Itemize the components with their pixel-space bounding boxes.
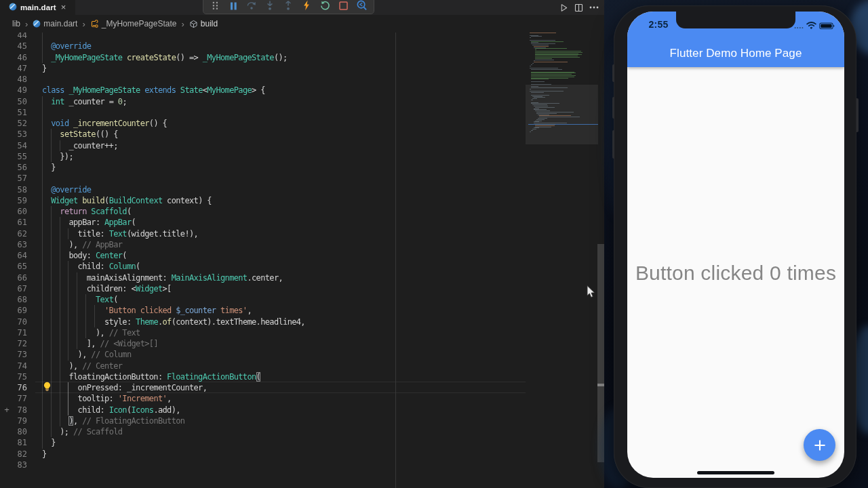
breadcrumb: lib › main.dart › _MyHomePageState › bui… [0, 15, 604, 33]
close-tab-icon[interactable]: × [61, 4, 66, 11]
breadcrumb-item-build[interactable]: build [189, 19, 218, 28]
line-number: 62 [0, 228, 27, 239]
code-text: ), // Column [42, 349, 132, 360]
code-text: appBar: AppBar( [42, 217, 136, 228]
code-line-57[interactable]: 57 [0, 173, 526, 184]
run-button[interactable] [559, 3, 568, 12]
line-number: 81 [0, 437, 27, 448]
code-line-62[interactable]: 62 title: Text(widget.title!), [0, 228, 526, 240]
code-line-71[interactable]: 71 ), // Text [0, 327, 526, 339]
code-line-68[interactable]: 68 Text( [0, 294, 526, 306]
code-line-53[interactable]: 53 setState(() { [0, 129, 526, 140]
code-line-64[interactable]: 64 body: Center( [0, 250, 526, 262]
code-line-52[interactable]: 52 void _incrementCounter() { [0, 118, 526, 129]
indent-guide [42, 33, 43, 41]
code-line-55[interactable]: 55 }); [0, 151, 526, 163]
step-into-button[interactable] [264, 1, 276, 13]
status-time: 2:55 [644, 19, 673, 30]
line-number: 61 [0, 217, 27, 228]
restart-icon [320, 1, 330, 14]
line-number: 49 [0, 85, 27, 96]
minimap-line [530, 89, 531, 89]
code-text: ), // Text [42, 327, 140, 338]
code-line-73[interactable]: 73 ), // Column [0, 349, 526, 361]
code-text: title: Text(widget.title!), [42, 228, 198, 239]
widget-inspector-button[interactable] [355, 1, 368, 13]
code-line-47[interactable]: 47} [0, 63, 526, 75]
stepout-icon [284, 1, 292, 13]
line-number: 66 [0, 272, 27, 283]
code-line-81[interactable]: 81 } [0, 437, 526, 449]
line-number: 77 [0, 393, 27, 404]
code-line-79[interactable]: 79 ), // FloatingActionButton [0, 415, 526, 427]
line-number: 46 [0, 52, 27, 63]
code-area: 4445 @override46 _MyHomePageState create… [0, 33, 604, 488]
split-editor-button[interactable] [574, 3, 583, 12]
code-line-69[interactable]: 69 'Button clicked $_counter times', [0, 305, 526, 317]
code-line-83[interactable]: 83 [0, 460, 526, 471]
code-line-70[interactable]: 70 style: Theme.of(context).textTheme.he… [0, 317, 526, 328]
code-text: ); // Scaffold [42, 426, 122, 437]
floating-action-button[interactable] [804, 429, 835, 461]
code-editor[interactable]: 4445 @override46 _MyHomePageState create… [0, 33, 604, 488]
code-line-50[interactable]: 50 int _counter = 0; [0, 96, 526, 108]
code-text: children: <Widget>[ [42, 283, 172, 294]
step-over-button[interactable] [245, 1, 258, 13]
minimap-line [531, 100, 533, 100]
code-line-54[interactable]: 54 _counter++; [0, 140, 526, 152]
code-line-63[interactable]: 63 ), // AppBar [0, 239, 526, 251]
stop-icon [339, 1, 348, 13]
minimap-line [530, 33, 556, 33]
step-out-button[interactable] [282, 1, 294, 13]
minimap-line [530, 37, 531, 38]
minimap[interactable] [526, 33, 598, 488]
code-line-72[interactable]: 72 ], // <Widget>[] [0, 338, 526, 350]
battery-icon [819, 20, 835, 32]
code-line-78[interactable]: 78 child: Icon(Icons.add), [0, 405, 526, 416]
code-line-67[interactable]: 67 children: <Widget>[ [0, 283, 526, 295]
breadcrumb-item-myhomepagestate[interactable]: _MyHomePageState [90, 19, 177, 28]
code-line-60[interactable]: 60 return Scaffold( [0, 206, 526, 218]
stop-button[interactable] [337, 1, 349, 13]
code-line-48[interactable]: 48 [0, 74, 526, 85]
pause-button[interactable] [227, 1, 239, 13]
code-line-46[interactable]: 46 _MyHomePageState createState() => _My… [0, 52, 526, 64]
code-line-59[interactable]: 59 Widget build(BuildContext context) { [0, 195, 526, 207]
minimap-slider[interactable] [526, 85, 598, 144]
hot-reload-button[interactable] [300, 1, 313, 13]
line-number: 50 [0, 96, 27, 107]
code-line-76[interactable]: 76 onPressed: _incrementCounter, [0, 382, 526, 394]
code-line-49[interactable]: 49class _MyHomePageState extends State<M… [0, 85, 526, 96]
home-indicator[interactable] [697, 471, 774, 474]
lightbulb-icon[interactable] [42, 382, 52, 392]
code-line-74[interactable]: 74 ), // Center [0, 361, 526, 372]
code-line-82[interactable]: 82} [0, 449, 526, 460]
code-line-51[interactable]: 51 [0, 107, 526, 119]
code-text: int _counter = 0; [42, 96, 127, 107]
breadcrumb-item-lib[interactable]: lib [12, 19, 20, 28]
code-line-65[interactable]: 65 child: Column( [0, 261, 526, 272]
code-line-44[interactable]: 44 [0, 33, 526, 41]
restart-button[interactable] [319, 1, 331, 13]
minimap-line [531, 92, 544, 93]
volume-down-button [612, 130, 614, 159]
code-line-61[interactable]: 61 appBar: AppBar( [0, 217, 526, 228]
tab-main-dart[interactable]: main.dart × [0, 0, 75, 15]
more-actions-button[interactable] [589, 6, 599, 9]
wifi-icon [806, 20, 816, 32]
breadcrumb-item-main.dart[interactable]: main.dart [33, 19, 77, 28]
add-breakpoint-icon[interactable]: + [3, 405, 11, 415]
drag-handle[interactable] [209, 1, 221, 13]
minimap-line [531, 64, 532, 65]
volume-up-button [612, 97, 614, 119]
breadcrumb-separator: › [181, 19, 184, 29]
code-line-56[interactable]: 56 } [0, 162, 526, 174]
code-text: tooltip: 'Increment', [42, 393, 172, 404]
code-line-77[interactable]: 77 tooltip: 'Increment', [0, 393, 526, 405]
line-number: 45 [0, 41, 27, 52]
line-number: 71 [0, 327, 27, 338]
code-line-80[interactable]: 80 ); // Scaffold [0, 426, 526, 438]
code-line-58[interactable]: 58 @override [0, 184, 526, 196]
code-line-45[interactable]: 45 @override [0, 41, 526, 52]
code-line-66[interactable]: 66 mainAxisAlignment: MainAxisAlignment.… [0, 272, 526, 284]
